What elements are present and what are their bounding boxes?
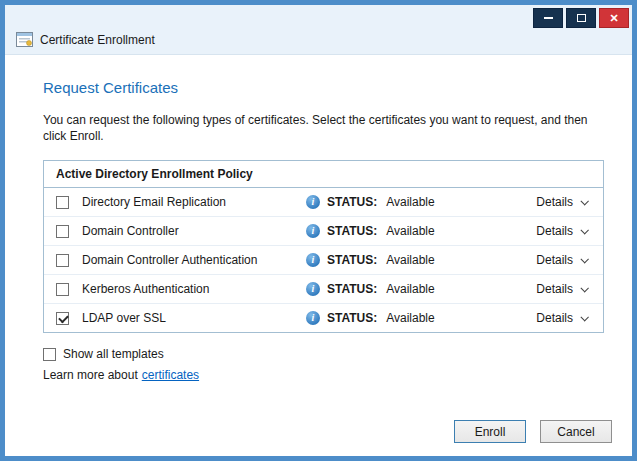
status-cell: STATUS: Available xyxy=(306,195,536,209)
chevron-down-icon xyxy=(580,284,588,292)
show-all-templates-label: Show all templates xyxy=(63,347,164,361)
certificate-enrollment-window: Certificate Enrollment Request Certifica… xyxy=(0,0,637,461)
certificate-enrollment-icon xyxy=(16,32,33,47)
status-label: STATUS: xyxy=(327,253,377,267)
dialog-content: Request Certificates You can request the… xyxy=(5,55,632,456)
status-cell: STATUS: Available xyxy=(306,282,536,296)
maximize-button[interactable] xyxy=(566,8,596,28)
certificates-link[interactable]: certificates xyxy=(142,368,199,382)
status-cell: STATUS: Available xyxy=(306,311,536,325)
app-title-row: Certificate Enrollment xyxy=(5,32,632,54)
minimize-icon xyxy=(544,17,553,19)
titlebar: Certificate Enrollment xyxy=(5,5,632,55)
status-label: STATUS: xyxy=(327,311,377,325)
chevron-down-icon xyxy=(580,313,588,321)
chevron-down-icon xyxy=(580,226,588,234)
template-row-ldap-over-ssl: LDAP over SSL STATUS: Available Details xyxy=(44,304,603,332)
template-label: LDAP over SSL xyxy=(82,311,306,325)
template-label: Domain Controller Authentication xyxy=(82,253,306,267)
status-label: STATUS: xyxy=(327,195,377,209)
template-row-domain-controller: Domain Controller STATUS: Available Deta… xyxy=(44,217,603,246)
cancel-button[interactable]: Cancel xyxy=(540,420,612,443)
window-controls xyxy=(533,8,629,28)
learn-more-prefix: Learn more about xyxy=(43,368,138,382)
status-value: Available xyxy=(386,224,434,238)
details-label: Details xyxy=(536,282,573,296)
details-label: Details xyxy=(536,311,573,325)
show-all-templates-row: Show all templates xyxy=(43,347,612,361)
info-icon xyxy=(306,224,320,238)
status-label: STATUS: xyxy=(327,224,377,238)
details-button[interactable]: Details xyxy=(536,224,591,238)
close-icon xyxy=(609,11,618,25)
template-row-directory-email-replication: Directory Email Replication STATUS: Avai… xyxy=(44,188,603,217)
template-row-kerberos-authentication: Kerberos Authentication STATUS: Availabl… xyxy=(44,275,603,304)
maximize-icon xyxy=(577,14,586,22)
info-icon xyxy=(306,311,320,325)
details-label: Details xyxy=(536,253,573,267)
page-title: Request Certificates xyxy=(43,79,612,96)
details-label: Details xyxy=(536,224,573,238)
window-title: Certificate Enrollment xyxy=(40,33,155,47)
chevron-down-icon xyxy=(580,197,588,205)
status-cell: STATUS: Available xyxy=(306,224,536,238)
dialog-buttons: Enroll Cancel xyxy=(43,420,612,446)
details-button[interactable]: Details xyxy=(536,253,591,267)
template-checkbox-ldap-over-ssl[interactable] xyxy=(56,312,69,325)
template-row-domain-controller-authentication: Domain Controller Authentication STATUS:… xyxy=(44,246,603,275)
info-icon xyxy=(306,282,320,296)
enrollment-policy-group: Active Directory Enrollment Policy Direc… xyxy=(43,160,604,333)
template-label: Domain Controller xyxy=(82,224,306,238)
status-cell: STATUS: Available xyxy=(306,253,536,267)
status-value: Available xyxy=(386,311,434,325)
details-button[interactable]: Details xyxy=(536,195,591,209)
chevron-down-icon xyxy=(580,255,588,263)
info-icon xyxy=(306,195,320,209)
details-button[interactable]: Details xyxy=(536,282,591,296)
template-label: Directory Email Replication xyxy=(82,195,306,209)
details-button[interactable]: Details xyxy=(536,311,591,325)
info-icon xyxy=(306,253,320,267)
details-label: Details xyxy=(536,195,573,209)
minimize-button[interactable] xyxy=(533,8,563,28)
close-button[interactable] xyxy=(599,8,629,28)
template-checkbox-domain-controller[interactable] xyxy=(56,225,69,238)
template-checkbox-directory-email-replication[interactable] xyxy=(56,196,69,209)
template-checkbox-kerberos-authentication[interactable] xyxy=(56,283,69,296)
enrollment-policy-title: Active Directory Enrollment Policy xyxy=(44,161,603,188)
intro-text: You can request the following types of c… xyxy=(43,112,588,144)
template-label: Kerberos Authentication xyxy=(82,282,306,296)
status-value: Available xyxy=(386,253,434,267)
status-value: Available xyxy=(386,282,434,296)
status-label: STATUS: xyxy=(327,282,377,296)
show-all-templates-checkbox[interactable] xyxy=(43,348,56,361)
status-value: Available xyxy=(386,195,434,209)
enroll-button[interactable]: Enroll xyxy=(454,420,526,443)
learn-more-text: Learn more about certificates xyxy=(43,368,612,382)
template-checkbox-domain-controller-authentication[interactable] xyxy=(56,254,69,267)
